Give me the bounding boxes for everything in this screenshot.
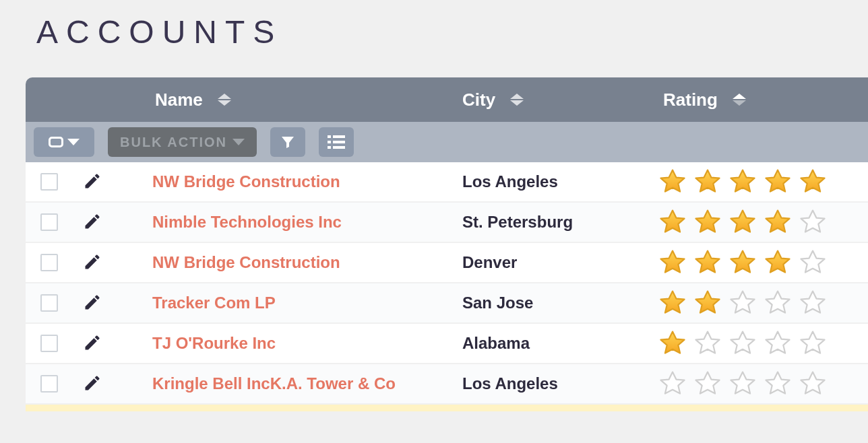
table-row: NW Bridge Construction Los Angeles bbox=[26, 162, 868, 203]
star-icon bbox=[693, 167, 722, 197]
rating-stars bbox=[658, 167, 868, 197]
sort-icon bbox=[218, 94, 231, 106]
rating-stars bbox=[658, 207, 868, 237]
account-name-link[interactable]: Tracker Com LP bbox=[152, 294, 276, 312]
accounts-table: Name City Rating bbox=[26, 77, 868, 411]
pencil-icon bbox=[83, 182, 102, 193]
account-name-link[interactable]: Nimble Technologies Inc bbox=[152, 213, 342, 231]
table-toolbar: BULK ACTION bbox=[26, 122, 868, 162]
row-checkbox[interactable] bbox=[40, 375, 58, 393]
bulk-action-button[interactable]: BULK ACTION bbox=[108, 127, 257, 157]
pencil-icon bbox=[83, 223, 102, 233]
table-row: Tracker Com LP San Jose bbox=[26, 283, 868, 324]
star-icon bbox=[728, 329, 757, 358]
star-icon bbox=[763, 167, 793, 197]
edit-button[interactable] bbox=[79, 329, 106, 358]
svg-rect-2 bbox=[328, 141, 331, 143]
account-city: St. Petersburg bbox=[462, 213, 573, 231]
pencil-icon bbox=[83, 304, 102, 314]
column-label-city: City bbox=[462, 90, 495, 110]
columns-button[interactable] bbox=[319, 127, 354, 157]
star-icon bbox=[728, 288, 757, 318]
table-row: TJ O'Rourke Inc Alabama bbox=[26, 324, 868, 364]
edit-button[interactable] bbox=[79, 208, 106, 237]
star-icon bbox=[693, 369, 722, 399]
edit-button[interactable] bbox=[79, 289, 106, 318]
svg-rect-3 bbox=[333, 141, 345, 143]
star-icon bbox=[658, 369, 687, 399]
star-icon bbox=[798, 248, 828, 277]
star-icon bbox=[763, 329, 793, 358]
list-icon bbox=[328, 135, 345, 149]
account-city: Los Angeles bbox=[462, 374, 558, 393]
table-header: Name City Rating bbox=[26, 77, 868, 122]
star-icon bbox=[658, 248, 687, 277]
star-icon bbox=[798, 329, 828, 358]
caret-down-icon bbox=[67, 139, 80, 145]
account-name-link[interactable]: Kringle Bell IncK.A. Tower & Co bbox=[152, 374, 396, 393]
account-name-link[interactable]: TJ O'Rourke Inc bbox=[152, 334, 276, 352]
table-row: Nimble Technologies Inc St. Petersburg bbox=[26, 203, 868, 243]
star-icon bbox=[728, 248, 757, 277]
row-checkbox[interactable] bbox=[40, 294, 58, 312]
star-icon bbox=[798, 288, 828, 318]
star-icon bbox=[658, 288, 687, 318]
bulk-action-label: BULK ACTION bbox=[120, 135, 227, 150]
row-checkbox[interactable] bbox=[40, 173, 58, 191]
account-name-link[interactable]: NW Bridge Construction bbox=[152, 172, 340, 191]
star-icon bbox=[763, 207, 793, 237]
column-header-city[interactable]: City bbox=[462, 90, 643, 110]
rating-stars bbox=[658, 369, 868, 399]
svg-rect-5 bbox=[333, 146, 345, 149]
edit-button[interactable] bbox=[79, 168, 106, 197]
page-title: ACCOUNTS bbox=[36, 13, 868, 50]
column-label-name: Name bbox=[155, 90, 203, 110]
select-all-dropdown[interactable] bbox=[34, 127, 94, 157]
star-icon bbox=[658, 329, 687, 358]
star-icon bbox=[763, 248, 793, 277]
caret-down-icon bbox=[232, 139, 245, 145]
account-city: San Jose bbox=[462, 294, 533, 312]
account-city: Alabama bbox=[462, 334, 530, 352]
filter-icon bbox=[280, 134, 296, 150]
account-city: Los Angeles bbox=[462, 172, 558, 191]
star-icon bbox=[798, 207, 828, 237]
star-icon bbox=[798, 369, 828, 399]
edit-button[interactable] bbox=[79, 370, 106, 399]
star-icon bbox=[728, 167, 757, 197]
star-icon bbox=[728, 369, 757, 399]
rating-stars bbox=[658, 329, 868, 358]
sort-icon bbox=[733, 94, 746, 106]
star-icon bbox=[693, 248, 722, 277]
account-city: Denver bbox=[462, 253, 517, 271]
checkbox-outline-icon bbox=[49, 137, 63, 147]
star-icon bbox=[693, 288, 722, 318]
column-header-name[interactable]: Name bbox=[127, 90, 462, 110]
filter-button[interactable] bbox=[270, 127, 305, 157]
row-checkbox[interactable] bbox=[40, 335, 58, 352]
row-checkbox[interactable] bbox=[40, 213, 58, 231]
edit-button[interactable] bbox=[79, 248, 106, 277]
star-icon bbox=[763, 369, 793, 399]
sort-icon bbox=[510, 94, 524, 106]
star-icon bbox=[763, 288, 793, 318]
row-checkbox[interactable] bbox=[40, 254, 58, 271]
pencil-icon bbox=[83, 263, 102, 273]
column-label-rating: Rating bbox=[663, 90, 718, 110]
star-icon bbox=[728, 207, 757, 237]
star-icon bbox=[658, 207, 687, 237]
rating-stars bbox=[658, 248, 868, 277]
svg-rect-4 bbox=[328, 146, 331, 149]
star-icon bbox=[693, 207, 722, 237]
table-row: Kringle Bell IncK.A. Tower & Co Los Ange… bbox=[26, 364, 868, 405]
account-name-link[interactable]: NW Bridge Construction bbox=[152, 253, 340, 271]
pencil-icon bbox=[83, 384, 102, 395]
svg-rect-1 bbox=[333, 135, 345, 138]
rating-stars bbox=[658, 288, 868, 318]
column-header-rating[interactable]: Rating bbox=[643, 90, 868, 110]
highlight-strip bbox=[26, 405, 868, 411]
star-icon bbox=[798, 167, 828, 197]
svg-rect-0 bbox=[328, 135, 331, 138]
table-body: NW Bridge Construction Los Angeles bbox=[26, 162, 868, 405]
pencil-icon bbox=[83, 344, 102, 354]
